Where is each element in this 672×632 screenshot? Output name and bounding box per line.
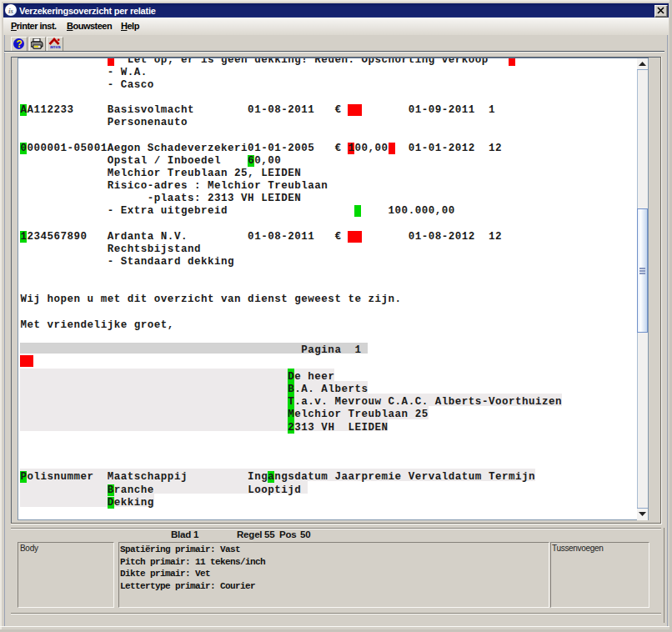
svg-text:is: is [8,7,14,15]
svg-text:anva: anva [50,44,61,49]
